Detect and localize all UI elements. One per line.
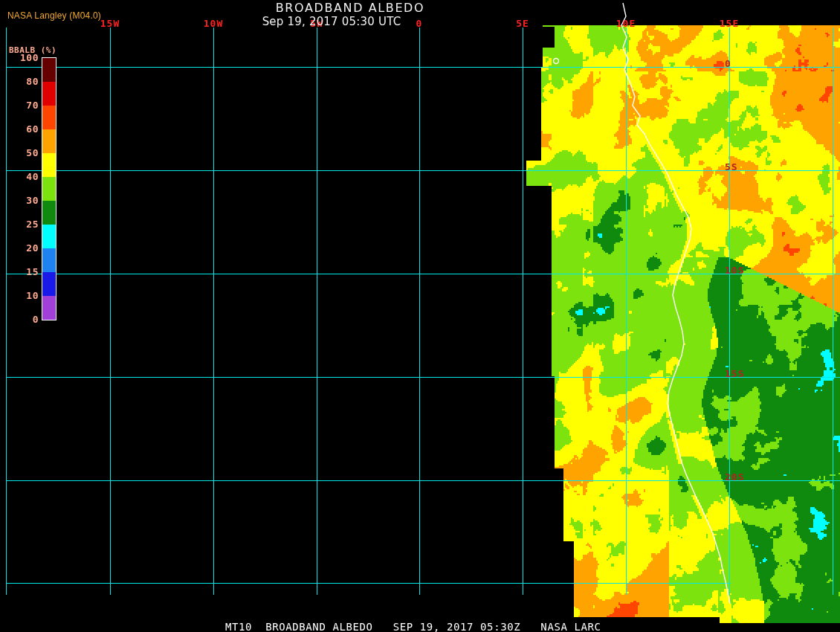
colorbar-segment-60-70: [42, 106, 56, 129]
colorbar-segment-25-30: [42, 201, 56, 225]
colorbar-tick-60: 60: [0, 124, 39, 135]
lon-label-10E: 10E: [610, 18, 642, 29]
colorbar-tick-0: 0: [0, 315, 39, 325]
colorbar-segment-40-50: [42, 153, 56, 177]
albedo-map-canvas: [0, 0, 840, 632]
lat-label-5S: 5S: [725, 161, 738, 172]
colorbar-tick-25: 25: [0, 219, 39, 230]
colorbar: [42, 57, 56, 320]
colorbar-segment-70-80: [42, 82, 56, 106]
colorbar-tick-100: 100: [0, 53, 39, 63]
colorbar-tick-10: 10: [0, 291, 39, 301]
colorbar-segment-20-25: [42, 225, 56, 248]
colorbar-segment-0-10: [42, 296, 56, 320]
lon-label-15E: 15E: [713, 18, 746, 29]
page-title: BROADBAND ALBEDO: [231, 1, 469, 15]
colorbar-tick-80: 80: [0, 77, 39, 87]
colorbar-segment-80-100: [42, 58, 56, 82]
colorbar-tick-30: 30: [0, 196, 39, 206]
lat-label-10S: 10S: [725, 265, 744, 276]
lat-label-0: 0: [725, 58, 731, 69]
colorbar-tick-50: 50: [0, 148, 39, 158]
lat-label-15S: 15S: [725, 368, 744, 379]
colorbar-tick-20: 20: [0, 243, 39, 254]
colorbar-segment-10-15: [42, 272, 56, 296]
timestamp-subtitle: Sep 19, 2017 05:30 UTC: [235, 15, 428, 28]
footer-caption: MT10 BROADBAND ALBEDO SEP 19, 2017 05:30…: [225, 621, 601, 632]
lon-label-5E: 5E: [506, 18, 539, 29]
colorbar-tick-40: 40: [0, 172, 39, 182]
nasa-langley-credit: NASA Langley (M04.0): [7, 10, 101, 21]
colorbar-segment-30-40: [42, 177, 56, 201]
colorbar-tick-70: 70: [0, 100, 39, 111]
lat-label-20S: 20S: [725, 471, 744, 483]
albedo-map-screen: NASA Langley (M04.0) BROADBAND ALBEDO Se…: [0, 0, 840, 632]
colorbar-segment-50-60: [42, 129, 56, 153]
colorbar-tick-15: 15: [0, 267, 39, 277]
lon-label-10W: 10W: [197, 18, 230, 29]
colorbar-segment-15-20: [42, 248, 56, 272]
